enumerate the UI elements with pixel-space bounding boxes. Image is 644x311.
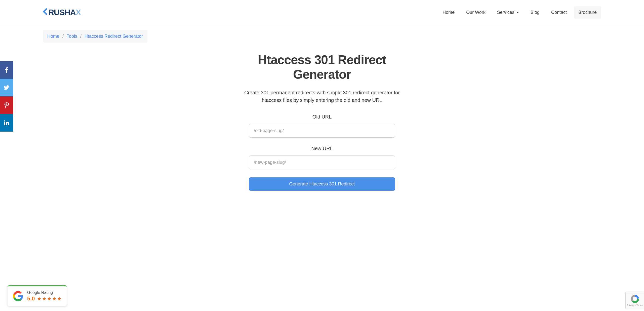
generate-button[interactable]: Generate Htaccess 301 Redirect (249, 177, 395, 191)
nav-home[interactable]: Home (438, 6, 459, 19)
new-url-label: New URL (231, 146, 413, 151)
nav-brochure[interactable]: Brochure (574, 6, 601, 19)
nav-blog[interactable]: Blog (526, 6, 544, 19)
main-content: Htaccess 301 Redirect Generator Create 3… (231, 53, 413, 191)
chevron-down-icon (516, 12, 519, 13)
form-group-new-url: New URL (231, 146, 413, 169)
page-title: Htaccess 301 Redirect Generator (231, 53, 413, 82)
social-sidebar (0, 61, 13, 132)
logo-text: RUSHA (48, 8, 76, 17)
breadcrumb-current[interactable]: Htaccess Redirect Generator (85, 34, 143, 39)
breadcrumb-separator: / (62, 34, 64, 39)
social-pinterest[interactable] (0, 96, 13, 114)
old-url-input[interactable] (249, 124, 395, 138)
header: RUSHAX Home Our Work Services Blog Conta… (0, 0, 644, 25)
twitter-icon (4, 85, 9, 90)
breadcrumb: Home / Tools / Htaccess Redirect Generat… (43, 30, 147, 43)
old-url-label: Old URL (231, 114, 413, 120)
form-group-old-url: Old URL (231, 114, 413, 138)
new-url-input[interactable] (249, 156, 395, 169)
nav-services[interactable]: Services (493, 6, 524, 19)
nav-services-label: Services (497, 10, 514, 15)
social-twitter[interactable] (0, 79, 13, 96)
breadcrumb-tools[interactable]: Tools (67, 34, 77, 39)
logo-arrow-icon (43, 8, 48, 17)
logo[interactable]: RUSHAX (43, 8, 81, 17)
pinterest-icon (4, 102, 9, 108)
page-description: Create 301 permanent redirects with simp… (231, 89, 413, 104)
breadcrumb-separator: / (80, 34, 82, 39)
social-linkedin[interactable] (0, 114, 13, 132)
logo-text-x: X (76, 8, 81, 17)
social-facebook[interactable] (0, 61, 13, 79)
nav-our-work[interactable]: Our Work (462, 6, 490, 19)
nav-contact[interactable]: Contact (547, 6, 571, 19)
facebook-icon (5, 67, 8, 73)
breadcrumb-home[interactable]: Home (47, 34, 59, 39)
content-wrapper: Home / Tools / Htaccess Redirect Generat… (0, 25, 644, 201)
linkedin-icon (4, 120, 9, 125)
main-nav: Home Our Work Services Blog Contact Broc… (438, 6, 601, 19)
